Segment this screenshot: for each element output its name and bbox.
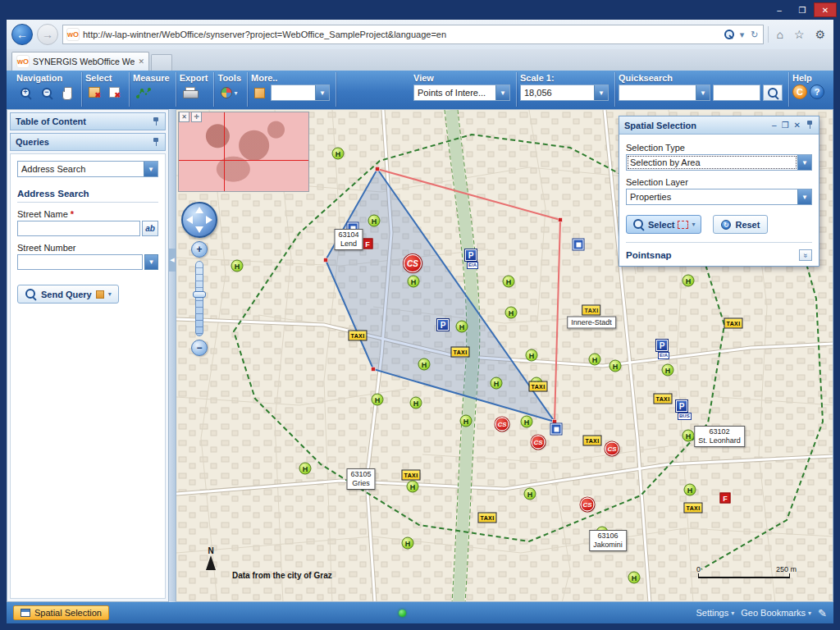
context-help-button[interactable]: C xyxy=(792,84,807,99)
starts-with-button[interactable]: ab xyxy=(142,221,158,236)
query-type-dropdown[interactable]: Address Search ▼ xyxy=(17,161,158,177)
window-maximize-button[interactable]: ❐ xyxy=(791,2,814,17)
map-marker-pk[interactable]: PE/A xyxy=(656,340,668,351)
map-marker-h[interactable]: H xyxy=(456,321,468,333)
scale-dropdown[interactable]: 18,056 ▼ xyxy=(520,84,609,101)
pan-north-icon[interactable] xyxy=(195,207,203,213)
map-marker-h[interactable]: H xyxy=(628,572,641,584)
zoom-out-slider-button[interactable]: − xyxy=(191,340,208,356)
sidebar-panel-queries[interactable]: Queries xyxy=(10,133,166,151)
map-marker-taxi[interactable]: TAXI xyxy=(653,394,672,404)
chevron-down-icon[interactable]: ▼ xyxy=(594,85,608,100)
send-query-button[interactable]: Send Query ▾ xyxy=(17,285,119,304)
map-marker-cs[interactable]: CS xyxy=(605,442,619,456)
move-overview-icon[interactable]: ✛ xyxy=(191,112,202,122)
map-marker-info[interactable] xyxy=(573,240,584,250)
print-button[interactable] xyxy=(180,84,200,101)
tab-close-icon[interactable]: ✕ xyxy=(138,57,144,66)
street-number-input[interactable] xyxy=(17,254,143,270)
tools-button[interactable]: ▾ xyxy=(217,84,240,101)
quicksearch-button[interactable] xyxy=(763,84,783,101)
map-marker-h[interactable]: H xyxy=(372,394,384,406)
map-marker-taxi[interactable]: TAXI xyxy=(582,436,601,446)
minimize-icon[interactable]: – xyxy=(772,121,777,130)
quicksearch-dropdown[interactable]: ▼ xyxy=(619,84,710,101)
search-icon[interactable] xyxy=(722,29,735,40)
map-marker-cs[interactable]: CS xyxy=(532,436,546,450)
map-viewport[interactable]: ✕ ✛ + − HHHHHHHHHHHHHHHH xyxy=(176,109,833,602)
more-tool-button[interactable] xyxy=(251,85,268,101)
chevron-down-icon[interactable]: ▼ xyxy=(495,85,509,100)
pan-west-icon[interactable] xyxy=(186,216,193,224)
clear-selection-button[interactable] xyxy=(106,84,123,100)
url-input[interactable] xyxy=(83,30,719,39)
pan-button[interactable] xyxy=(59,86,75,101)
map-marker-taxi[interactable]: TAXI xyxy=(401,470,420,481)
select-button[interactable]: Select ▾ xyxy=(626,215,701,234)
map-marker-taxi[interactable]: TAXI xyxy=(528,381,547,392)
map-marker-info[interactable] xyxy=(551,424,562,435)
collapse-sidebar-button[interactable]: ◀ xyxy=(169,249,176,272)
edit-pencil-icon[interactable]: ✎ xyxy=(818,607,827,619)
pan-east-icon[interactable] xyxy=(206,216,212,224)
reset-button[interactable]: ↻ Reset xyxy=(713,215,768,234)
map-marker-h[interactable]: H xyxy=(662,364,674,377)
pin-icon[interactable] xyxy=(152,117,160,126)
expand-pointsnap-button[interactable]: » xyxy=(799,249,812,261)
map-marker-f[interactable]: F xyxy=(720,493,731,504)
url-box[interactable]: wO ▾ ↻ xyxy=(62,25,764,44)
more-dropdown[interactable]: ▼ xyxy=(271,84,330,101)
restore-icon[interactable]: ❐ xyxy=(782,121,789,130)
chevron-down-icon[interactable]: ▼ xyxy=(144,162,158,176)
map-marker-taxi[interactable]: TAXI xyxy=(683,503,702,514)
map-marker-cs[interactable]: CS xyxy=(495,418,509,431)
close-overview-icon[interactable]: ✕ xyxy=(179,112,189,122)
new-tab-button[interactable] xyxy=(151,54,172,71)
map-marker-h[interactable]: H xyxy=(682,430,695,442)
chevron-down-icon[interactable]: ▼ xyxy=(315,85,329,100)
map-marker-h[interactable]: H xyxy=(460,415,472,427)
map-marker-h[interactable]: H xyxy=(491,377,503,390)
map-marker-h[interactable]: H xyxy=(609,360,622,372)
map-marker-h[interactable]: H xyxy=(589,354,601,366)
geo-bookmarks-menu[interactable]: Geo Bookmarks▾ xyxy=(741,608,811,618)
forward-button[interactable]: → xyxy=(37,24,58,45)
pan-compass[interactable] xyxy=(181,202,217,238)
quicksearch-input[interactable] xyxy=(713,84,760,101)
map-marker-taxi[interactable]: TAXI xyxy=(348,331,367,341)
map-marker-taxi[interactable]: TAXI xyxy=(724,318,742,329)
spatial-panel-titlebar[interactable]: Spatial Selection – ❐ ✕ xyxy=(619,116,819,135)
spatial-selection-taskbar-button[interactable]: Spatial Selection xyxy=(13,605,109,620)
view-dropdown[interactable]: Points of Intere... ▼ xyxy=(413,84,510,101)
selection-layer-dropdown[interactable]: Properties ▼ xyxy=(626,189,812,205)
zoom-out-button[interactable]: − xyxy=(38,84,57,102)
home-icon[interactable]: ⌂ xyxy=(773,28,786,41)
map-marker-taxi[interactable]: TAXI xyxy=(450,347,469,358)
back-button[interactable]: ← xyxy=(11,24,33,45)
map-marker-h[interactable]: H xyxy=(231,260,244,272)
map-marker-h[interactable]: H xyxy=(407,481,419,493)
map-marker-h[interactable]: H xyxy=(524,488,536,500)
settings-menu[interactable]: Settings▾ xyxy=(696,608,734,618)
map-marker-h[interactable]: H xyxy=(503,276,515,288)
select-features-button[interactable] xyxy=(85,84,103,100)
refresh-icon[interactable]: ↻ xyxy=(749,30,760,40)
map-marker-h[interactable]: H xyxy=(332,148,345,160)
browser-tab[interactable]: wO SYNERGIS WebOffice Web... ✕ xyxy=(11,52,149,71)
map-marker-f[interactable]: F xyxy=(363,239,373,249)
window-close-button[interactable]: ✕ xyxy=(814,2,837,17)
window-minimize-button[interactable]: – xyxy=(768,2,791,17)
map-marker-h[interactable]: H xyxy=(505,307,518,319)
zoom-in-slider-button[interactable]: + xyxy=(191,241,208,258)
overview-map[interactable] xyxy=(178,112,309,192)
map-marker-h[interactable]: H xyxy=(418,358,431,371)
chevron-down-icon[interactable]: ▼ xyxy=(797,155,811,170)
street-name-input[interactable] xyxy=(17,221,140,236)
sidebar-panel-table-of-content[interactable]: Table of Content xyxy=(10,112,166,130)
measure-button[interactable] xyxy=(133,84,154,102)
chevron-down-icon[interactable]: ▾ xyxy=(738,30,746,40)
map-marker-pk[interactable]: PE/A xyxy=(465,249,477,261)
map-marker-h[interactable]: H xyxy=(526,349,538,362)
pin-icon[interactable] xyxy=(152,138,160,147)
close-icon[interactable]: ✕ xyxy=(794,121,801,130)
